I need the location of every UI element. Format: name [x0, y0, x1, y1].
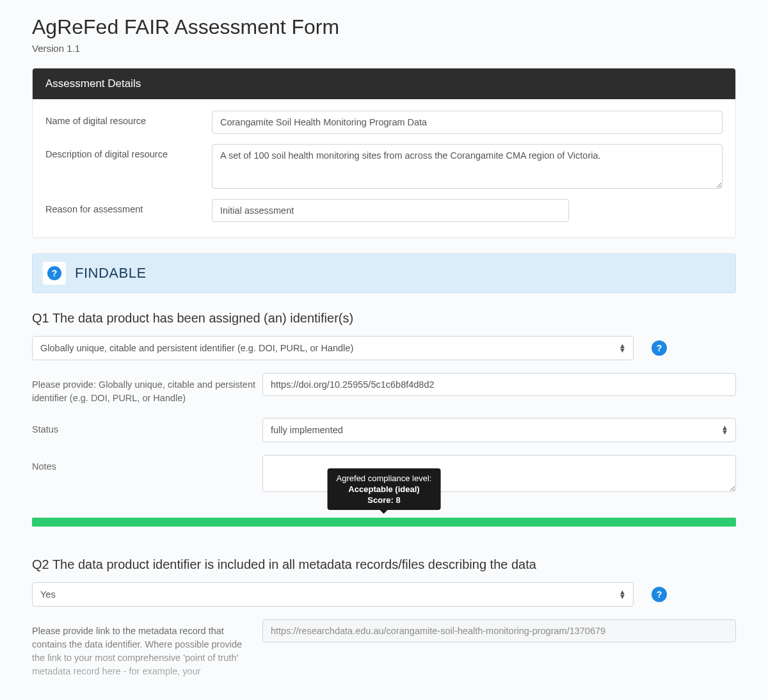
name-input[interactable] [212, 111, 723, 134]
q2-provide-label: Please provide link to the metadata reco… [32, 619, 256, 678]
description-input[interactable]: A set of 100 soil health monitoring site… [212, 144, 723, 189]
reason-label: Reason for assessment [45, 199, 212, 214]
assessment-details-header: Assessment Details [33, 68, 735, 99]
q1-title: Q1 The data product has been assigned (a… [32, 311, 736, 326]
q1-help-button[interactable]: ? [652, 340, 667, 356]
help-icon: ? [47, 266, 61, 280]
q2-help-button[interactable]: ? [652, 587, 667, 602]
q1-answer-select[interactable]: Globally unique, citable and persistent … [32, 336, 634, 360]
q1-compliance-bar [32, 518, 736, 527]
q1-provide-label: Please provide: Globally unique, citable… [32, 373, 256, 405]
findable-help-button[interactable]: ? [43, 262, 66, 285]
q2-title: Q2 The data product identifier is includ… [32, 557, 736, 572]
findable-title: FINDABLE [75, 265, 147, 282]
compliance-tooltip: Agrefed compliance level: Acceptable (id… [328, 468, 441, 510]
tooltip-score: Score: 8 [337, 495, 432, 505]
q1-status-label: Status [32, 418, 256, 436]
q2-answer-select[interactable]: Yes [32, 582, 634, 607]
q1-notes-label: Notes [32, 455, 256, 473]
findable-section-header: ? FINDABLE [32, 253, 736, 293]
question-1: Q1 The data product has been assigned (a… [32, 311, 736, 492]
tooltip-level-value: Acceptable (ideal) [337, 484, 432, 494]
q1-status-select[interactable]: fully implemented [262, 418, 736, 442]
q2-metadata-link-input[interactable] [262, 619, 736, 642]
reason-input[interactable] [212, 199, 569, 222]
version-text: Version 1.1 [32, 43, 736, 54]
description-label: Description of digital resource [45, 144, 212, 159]
page-title: AgReFed FAIR Assessment Form [32, 15, 736, 39]
name-label: Name of digital resource [45, 111, 212, 126]
tooltip-level-label: Agrefed compliance level: [337, 473, 432, 483]
q1-identifier-input[interactable] [262, 373, 736, 396]
question-2: Q2 The data product identifier is includ… [32, 557, 736, 700]
assessment-details-card: Assessment Details Name of digital resou… [32, 68, 736, 238]
